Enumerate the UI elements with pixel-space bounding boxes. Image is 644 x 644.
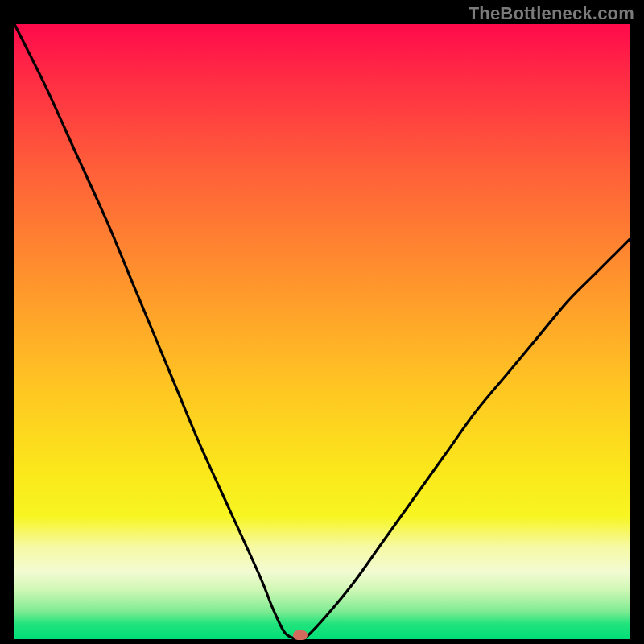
- curve-path: [14, 24, 630, 641]
- trough-marker: [293, 630, 308, 640]
- watermark-text: TheBottleneck.com: [469, 3, 634, 24]
- chart-frame: TheBottleneck.com: [0, 0, 644, 644]
- bottleneck-curve: [14, 24, 630, 639]
- plot-area: [14, 24, 630, 639]
